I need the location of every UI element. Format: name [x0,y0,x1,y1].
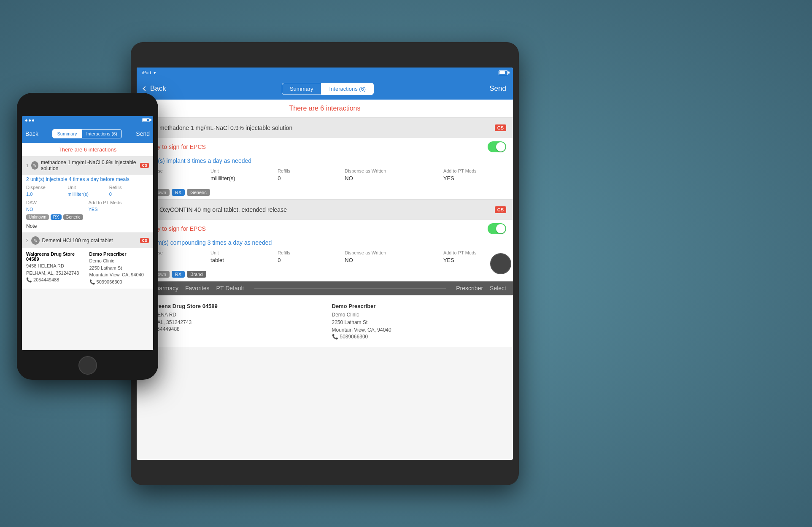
ipad-refills-value-2: 0 [278,257,340,263]
ipad-prescriber-name: Demo Prescriber [332,303,507,309]
iphone-daw-row-1: DAW Add to PT Meds NO YES [22,199,153,213]
ipad-nav-tabs: Summary Interactions (6) [282,83,374,95]
iphone-back-button[interactable]: Back [25,130,38,137]
ipad-prescriber-phone: 📞 5039066300 [332,334,507,340]
iphone-bottom-info: Walgreens Drug Store 04589 9458 HELENA R… [22,248,153,289]
iphone-home-button[interactable] [78,356,97,375]
ipad-device: iPad ▾ Back Summary Interactions (6) Sen… [131,42,519,485]
ipad-prescriber-tab[interactable]: Prescriber [456,285,483,292]
iphone-daw-label-1: DAW [26,200,87,205]
battery-icon [499,70,508,75]
iphone-nav-tabs: Summary Interactions (6) [41,129,133,138]
ipad-epcs-row-1: Ready to sign for EPCS [137,138,513,156]
iphone-screen: Back Summary Interactions (6) Send There… [22,116,153,350]
ipad-prescriber-info: Demo Prescriber Demo Clinic 2250 Latham … [325,300,513,343]
ipad-bottom-divider [254,288,446,289]
iphone-pharmacy-phone: 📞 2054449488 [26,276,86,284]
iphone-cs-badge-2: CS [140,238,149,243]
phone-icon-4: 📞 [89,279,95,284]
ipad-epcs-toggle-2[interactable] [488,223,506,234]
ipad-dosage-2: 2 gram(s) compounding 3 times a day as n… [137,238,513,248]
ipad-tab-interactions[interactable]: Interactions (6) [321,83,374,95]
ipad-back-button[interactable]: Back [143,84,166,93]
iphone-tab-summary[interactable]: Summary [52,129,81,138]
iphone-prescriber-address2: Mountain View, CA, 94040 [89,271,149,278]
iphone-tag-generic-1: Generic [63,214,83,220]
ipad-tag-rx-2: RX [172,271,185,278]
iphone-interactions-warning: There are 6 interactions [22,143,153,156]
ipad-ptmeds-value-1: YES [443,175,506,181]
iphone-pharmacy-col: Walgreens Drug Store 04589 9458 HELENA R… [26,251,86,285]
ipad-pharmacy-info: Walgreens Drug Store 04589 8 HELENA RD H… [137,300,325,343]
ipad-bottom-content: Walgreens Drug Store 04589 8 HELENA RD H… [137,295,513,347]
ipad-bottom-panel: Pharmacy Favorites PT Default Prescriber… [137,281,513,347]
ipad-unit-value-2: tablet [210,257,273,263]
iphone-status-bar [22,116,153,124]
ipad-send-button[interactable]: Send [489,84,506,93]
iphone-unit-value-1: milliliter(s) [67,192,107,197]
ipad-dosage-1: 2 unit(s) implant 3 times a day as neede… [137,156,513,166]
signal-dot-2 [29,119,31,122]
ipad-daw-label-2: Dispense as Written [345,250,439,255]
signal-dot-3 [32,119,34,122]
ipad-refills-label-1: Refills [278,168,340,173]
iphone-pharmacy-address1: 9458 HELENA RD [26,262,86,270]
ipad-favorites-tab[interactable]: Favorites [185,285,210,292]
iphone-drug-name-1: methadone 1 mg/mL-NaCl 0.9% injectable s… [41,159,140,171]
iphone-dispense-label-1: Dispense [26,185,66,190]
ipad-epcs-toggle-1[interactable] [488,141,506,152]
iphone-send-button[interactable]: Send [136,130,150,137]
iphone-drug-header-inner-1: 1 ✎ methadone 1 mg/mL-NaCl 0.9% injectab… [26,159,140,171]
ipad-pharmacy-name: Walgreens Drug Store 04589 [143,303,318,309]
iphone-drug-header-inner-2: 2 ✎ Demerol HCl 100 mg oral tablet [26,236,113,245]
ipad-bottom-tabs: Pharmacy Favorites PT Default Prescriber… [137,281,513,295]
iphone-dosage-1: 2 unit(s) injectable 4 times a day befor… [22,175,153,184]
ipad-home-button[interactable] [490,253,511,274]
ipad-daw-label-1: Dispense as Written [345,168,439,173]
ipad-drug-details-values-1: milliliter(s) 0 NO YES [143,175,506,181]
ipad-refills-value-1: 0 [278,175,340,181]
ipad-unit-value-1: milliliter(s) [210,175,273,181]
ipad-drug-details-labels-2: Dispense Unit Refills Dispense as Writte… [143,250,506,255]
chevron-left-icon [143,86,147,91]
phone-icon-2: 📞 [332,334,338,340]
iphone-drug-header-2: 2 ✎ Demerol HCl 100 mg oral tablet CS [22,233,153,248]
ipad-daw-value-1: NO [345,175,439,181]
ipad-drug-name-2: OxyCONTIN 40 mg oral tablet, extended re… [159,206,287,213]
ipad-pharmacy-phone: 📞 2054449488 [143,326,318,332]
iphone-refills-label-1: Refills [109,185,149,190]
ipad-screen: iPad ▾ Back Summary Interactions (6) Sen… [137,68,513,460]
ipad-navbar: Back Summary Interactions (6) Send [137,78,513,100]
iphone-navbar: Back Summary Interactions (6) Send [22,124,153,143]
iphone-tags-1: Unknown RX Generic [22,213,153,222]
iphone-prescriber-name: Demo Prescriber [89,251,149,257]
iphone-daw-value-1: NO [26,207,87,212]
ipad-cs-badge-2: CS [495,206,506,213]
iphone-status-left [25,119,34,122]
iphone-prescriber-clinic: Demo Clinic [89,257,149,265]
ipad-daw-value-2: NO [345,257,439,263]
ipad-interactions-warning: There are 6 interactions [137,100,513,118]
ipad-unit-label-2: Unit [210,250,273,255]
phone-icon-3: 📞 [26,277,32,282]
ipad-drug-header-left-1: ✎ methadone 1 mg/mL-NaCl 0.9% injectable… [143,122,292,134]
ipad-drug-item-1: ✎ methadone 1 mg/mL-NaCl 0.9% injectable… [137,118,513,200]
ipad-drug-item-2: ✎ OxyCONTIN 40 mg oral tablet, extended … [137,200,513,281]
ipad-drug-name-1: methadone 1 mg/mL-NaCl 0.9% injectable s… [159,124,292,131]
ipad-prescriber-clinic: Demo Clinic [332,311,507,319]
iphone-ptmeds-label-1: Add to PT Meds [89,200,149,205]
iphone-dispense-value-1: 1.0 [26,192,66,197]
iphone-drug-name-2: Demerol HCl 100 mg oral tablet [42,238,113,243]
ipad-select-button[interactable]: Select [490,285,506,292]
iphone-tab-interactions[interactable]: Interactions (6) [82,129,122,138]
ipad-epcs-row-2: Ready to sign for EPCS [137,220,513,238]
iphone-ptmeds-value-1: YES [89,207,149,212]
iphone-device: Back Summary Interactions (6) Send There… [17,93,158,380]
iphone-pencil-icon-1: ✎ [31,161,38,170]
ipad-ptmeds-label-1: Add to PT Meds [443,168,506,173]
iphone-pharmacy-address2: PELHAM, AL, 351242743 [26,270,86,277]
iphone-pharmacy-name: Walgreens Drug Store 04589 [26,251,86,262]
ipad-tab-summary[interactable]: Summary [282,83,321,95]
signal-dot-1 [25,119,27,122]
ipad-ptdefault-tab[interactable]: PT Default [216,285,244,292]
